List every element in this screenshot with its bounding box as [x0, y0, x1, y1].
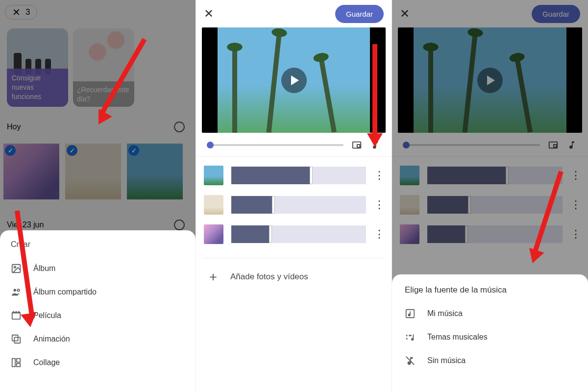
- clip-more-icon[interactable]: ⋮: [570, 169, 580, 182]
- no-music-icon: [405, 355, 416, 366]
- promo-card-memories-label: ¿Recuerdas este día?: [73, 81, 134, 107]
- thumb-2[interactable]: [64, 142, 122, 201]
- video-preview[interactable]: [202, 27, 386, 133]
- editor-topbar: ✕ Guardar: [392, 0, 588, 27]
- svg-rect-9: [17, 364, 20, 367]
- my-music-icon: [405, 308, 416, 319]
- option-collage[interactable]: Collage: [11, 351, 185, 374]
- option-music-themes[interactable]: Temas musicales: [405, 325, 575, 349]
- svg-rect-16: [406, 335, 408, 336]
- clip-more-icon[interactable]: ⋮: [374, 169, 384, 182]
- option-no-music[interactable]: Sin música: [405, 349, 575, 372]
- option-animation-label: Animación: [33, 335, 70, 343]
- option-collage-label: Collage: [33, 358, 60, 367]
- music-sheet-title: Elige la fuente de la música: [405, 285, 575, 295]
- panel-photo-select: ✕ 3 Consigue nuevas funciones ¿Recuerdas…: [0, 0, 196, 392]
- aspect-ratio-icon[interactable]: [351, 140, 362, 150]
- clip-row: ⋮: [400, 161, 580, 190]
- svg-rect-17: [406, 338, 408, 340]
- promo-card-features[interactable]: Consigue nuevas funciones: [7, 28, 68, 107]
- collage-icon: [11, 357, 22, 368]
- svg-rect-7: [12, 359, 15, 367]
- option-album-label: Álbum: [33, 264, 55, 273]
- clip-trimmer[interactable]: [231, 196, 366, 214]
- option-music-themes-label: Temas musicales: [427, 333, 488, 342]
- clip-row: ⋮: [204, 220, 384, 249]
- option-my-music[interactable]: Mi música: [405, 302, 575, 325]
- create-sheet-title: Crear: [11, 240, 185, 249]
- clip-thumb[interactable]: [400, 195, 419, 215]
- thumb-1[interactable]: [2, 142, 61, 201]
- clip-row: ⋮: [204, 190, 384, 220]
- option-animation[interactable]: Animación: [11, 327, 185, 351]
- svg-rect-11: [357, 145, 360, 147]
- clip-thumb[interactable]: [204, 195, 223, 215]
- play-icon[interactable]: [281, 68, 307, 93]
- play-icon[interactable]: [477, 68, 503, 93]
- clip-row: ⋮: [400, 220, 580, 249]
- music-note-icon[interactable]: [370, 140, 381, 150]
- svg-rect-18: [409, 335, 412, 336]
- clip-trimmer[interactable]: [231, 167, 366, 184]
- timeline-row: [392, 133, 588, 157]
- svg-point-1: [14, 266, 16, 268]
- music-note-icon[interactable]: [566, 140, 577, 150]
- svg-point-15: [408, 314, 410, 316]
- thumb-3[interactable]: [125, 142, 184, 201]
- clip-row: ⋮: [204, 161, 384, 190]
- timeline-row: [196, 133, 392, 157]
- aspect-ratio-icon[interactable]: [548, 140, 559, 150]
- clip-row: ⋮: [400, 190, 580, 220]
- svg-rect-6: [12, 335, 18, 341]
- svg-point-2: [14, 289, 17, 292]
- option-album[interactable]: Álbum: [11, 257, 185, 280]
- clip-trimmer[interactable]: [427, 225, 563, 243]
- check-icon: [128, 145, 139, 156]
- plus-icon: ＋: [207, 268, 219, 285]
- panel-music-source: ✕ Guardar ⋮: [392, 0, 588, 392]
- video-preview[interactable]: [398, 27, 582, 133]
- section-date-label: Vie, 23 jun: [7, 220, 44, 229]
- clip-more-icon[interactable]: ⋮: [374, 228, 384, 241]
- clip-thumb[interactable]: [400, 166, 419, 185]
- clip-more-icon[interactable]: ⋮: [374, 198, 384, 211]
- clip-more-icon[interactable]: ⋮: [570, 228, 580, 241]
- option-shared-album[interactable]: Álbum compartido: [11, 280, 185, 304]
- check-icon: [5, 145, 16, 156]
- clip-more-icon[interactable]: ⋮: [570, 198, 580, 211]
- option-no-music-label: Sin música: [427, 356, 466, 365]
- panel-movie-editor: ✕ Guardar ⋮: [196, 0, 392, 392]
- clip-trimmer[interactable]: [427, 196, 563, 214]
- selection-pill: ✕ 3: [5, 5, 37, 20]
- promo-card-memories[interactable]: ¿Recuerdas este día?: [73, 28, 134, 107]
- music-themes-icon: [405, 332, 416, 343]
- select-all-date-ring[interactable]: [174, 220, 185, 230]
- close-icon[interactable]: ✕: [204, 7, 214, 21]
- timeline-slider[interactable]: [403, 144, 540, 146]
- close-selection-icon[interactable]: ✕: [12, 7, 21, 17]
- close-icon[interactable]: ✕: [400, 7, 410, 21]
- select-all-today-ring[interactable]: [174, 122, 185, 132]
- svg-rect-4: [12, 313, 21, 319]
- clip-thumb[interactable]: [204, 166, 223, 185]
- option-movie[interactable]: Película: [11, 304, 185, 327]
- clip-trimmer[interactable]: [427, 167, 563, 184]
- create-sheet: Crear Álbum Álbum compartido Película: [0, 230, 196, 392]
- shared-album-icon: [11, 287, 22, 297]
- check-icon: [67, 145, 77, 156]
- clip-thumb[interactable]: [204, 224, 223, 244]
- clip-trimmer[interactable]: [231, 225, 366, 243]
- editor-topbar: ✕ Guardar: [196, 0, 392, 27]
- option-my-music-label: Mi música: [427, 309, 463, 318]
- add-media-row[interactable]: ＋ Añade fotos y vídeos: [204, 258, 384, 295]
- svg-point-3: [17, 289, 20, 292]
- svg-rect-5: [14, 337, 20, 343]
- timeline-slider[interactable]: [207, 144, 343, 146]
- today-thumbnails: [2, 142, 184, 201]
- svg-rect-8: [17, 359, 20, 362]
- music-source-sheet: Elige la fuente de la música Mi música T…: [392, 274, 588, 392]
- save-button[interactable]: Guardar: [532, 5, 580, 23]
- clip-thumb[interactable]: [400, 224, 419, 244]
- save-button[interactable]: Guardar: [335, 5, 384, 23]
- clip-list: ⋮ ⋮ ⋮: [392, 157, 588, 253]
